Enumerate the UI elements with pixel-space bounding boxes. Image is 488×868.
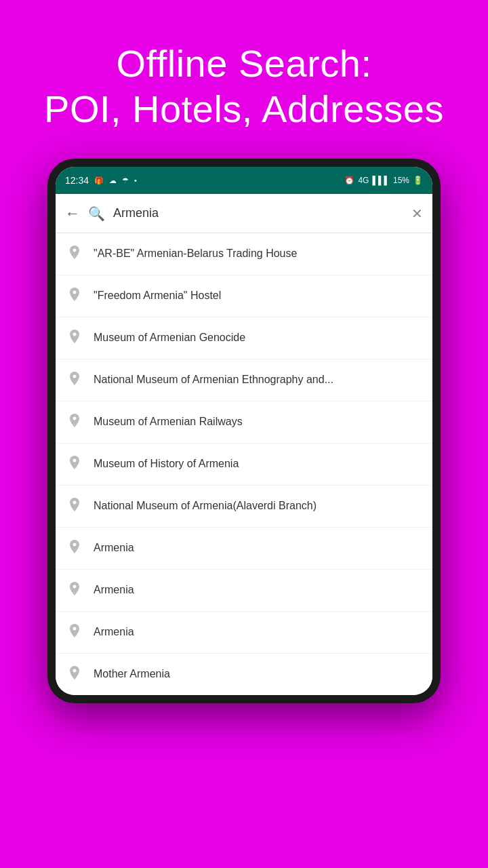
music-icon: ☁ xyxy=(109,176,117,185)
result-item[interactable]: National Museum of Armenia(Alaverdi Bran… xyxy=(56,486,432,528)
result-item[interactable]: National Museum of Armenian Ethnography … xyxy=(56,359,432,401)
location-pin-icon xyxy=(66,456,83,473)
search-bar[interactable]: ← 🔍 Armenia ✕ xyxy=(56,194,432,233)
result-label: National Museum of Armenia(Alaverdi Bran… xyxy=(94,499,317,513)
result-label: Museum of Armenian Railways xyxy=(94,415,243,429)
location-pin-icon xyxy=(66,372,83,389)
search-input[interactable]: Armenia xyxy=(113,206,403,220)
result-label: Armenia xyxy=(94,541,134,555)
result-item[interactable]: Museum of Armenian Genocide xyxy=(56,317,432,359)
battery-icon: 🔋 xyxy=(413,176,423,185)
clear-button[interactable]: ✕ xyxy=(411,205,423,222)
page-title: Offline Search: POI, Hotels, Addresses xyxy=(17,0,471,159)
phone-screen: 12:34 🎁 ☁ ☂ • ⏰ 4G ▌▌▌ 15% 🔋 ← 🔍 Armenia… xyxy=(56,167,432,695)
result-item[interactable]: Mother Armenia xyxy=(56,654,432,695)
wifi-icon: ☂ xyxy=(122,176,129,185)
result-item[interactable]: Museum of History of Armenia xyxy=(56,443,432,486)
status-time: 12:34 🎁 ☁ ☂ • xyxy=(65,175,137,186)
result-label: Museum of History of Armenia xyxy=(94,457,239,471)
location-pin-icon xyxy=(66,582,83,599)
result-label: National Museum of Armenian Ethnography … xyxy=(94,373,333,387)
location-pin-icon xyxy=(66,540,83,557)
location-pin-icon xyxy=(66,666,83,683)
result-item[interactable]: Armenia xyxy=(56,612,432,654)
location-pin-icon xyxy=(66,330,83,347)
location-pin-icon xyxy=(66,414,83,431)
back-button[interactable]: ← xyxy=(65,205,80,222)
result-label: Armenia xyxy=(94,625,134,639)
result-label: Museum of Armenian Genocide xyxy=(94,331,245,345)
gift-icon: 🎁 xyxy=(94,176,104,185)
location-pin-icon xyxy=(66,288,83,304)
network-indicator: 4G xyxy=(358,176,369,185)
status-bar: 12:34 🎁 ☁ ☂ • ⏰ 4G ▌▌▌ 15% 🔋 xyxy=(56,167,432,194)
location-pin-icon xyxy=(66,245,83,262)
phone-mockup: 12:34 🎁 ☁ ☂ • ⏰ 4G ▌▌▌ 15% 🔋 ← 🔍 Armenia… xyxy=(47,159,441,703)
alarm-icon: ⏰ xyxy=(344,176,354,185)
search-results-list: "AR-BE" Armenian-Belarus Trading House "… xyxy=(56,233,432,695)
search-icon: 🔍 xyxy=(88,205,105,222)
result-item[interactable]: "AR-BE" Armenian-Belarus Trading House xyxy=(56,233,432,275)
result-item[interactable]: "Freedom Armenia" Hostel xyxy=(56,275,432,317)
result-label: "Freedom Armenia" Hostel xyxy=(94,289,221,303)
battery-level: 15% xyxy=(393,176,409,185)
result-label: Mother Armenia xyxy=(94,667,170,682)
result-label: "AR-BE" Armenian-Belarus Trading House xyxy=(94,247,297,261)
location-pin-icon xyxy=(66,624,83,641)
result-item[interactable]: Armenia xyxy=(56,528,432,570)
signal-icon: ▌▌▌ xyxy=(372,176,390,185)
result-item[interactable]: Museum of Armenian Railways xyxy=(56,401,432,443)
header-section: Offline Search: POI, Hotels, Addresses xyxy=(17,0,471,159)
result-item[interactable]: Armenia xyxy=(56,570,432,612)
result-label: Armenia xyxy=(94,583,134,597)
location-pin-icon xyxy=(66,498,83,515)
status-indicators: ⏰ 4G ▌▌▌ 15% 🔋 xyxy=(344,176,423,185)
dot-icon: • xyxy=(134,176,137,184)
